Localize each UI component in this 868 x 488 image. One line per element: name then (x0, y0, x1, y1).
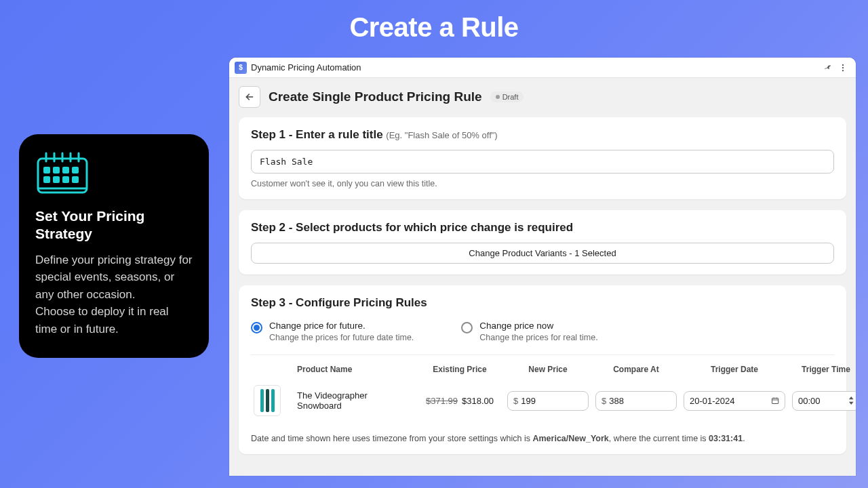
side-info-card: Set Your Pricing Strategy Define your pr… (19, 134, 209, 358)
back-button[interactable] (239, 86, 260, 108)
change-variants-button[interactable]: Change Product Variants - 1 Selected (251, 243, 834, 264)
svg-rect-12 (53, 176, 60, 183)
page-title: Create Single Product Pricing Rule (269, 89, 482, 104)
stepper-icon (848, 396, 854, 405)
svg-point-17 (842, 69, 844, 70)
radio-now-sub: Change the prices for real time. (479, 333, 597, 342)
page-banner: Create a Rule (0, 0, 868, 43)
radio-future-label: Change price for future. (269, 321, 414, 331)
col-blank (251, 365, 290, 373)
radio-future[interactable]: Change price for future. Change the pric… (251, 321, 414, 342)
svg-rect-9 (62, 167, 69, 174)
svg-rect-7 (43, 167, 50, 174)
calendar-field-icon (771, 396, 779, 405)
svg-rect-11 (43, 176, 50, 183)
calendar-icon (35, 150, 193, 198)
radio-icon (461, 322, 473, 333)
svg-point-16 (842, 66, 844, 68)
app-logo-icon: $ (235, 62, 247, 74)
existing-price: $371.99$318.00 (419, 396, 500, 406)
step3-card: Step 3 - Configure Pricing Rules Change … (239, 285, 846, 454)
col-new: New Price (507, 361, 589, 378)
step1-title: Step 1 - Enter a rule title (Eg. "Flash … (251, 128, 834, 142)
pin-icon[interactable] (821, 63, 835, 73)
col-compare: Compare At (595, 361, 677, 378)
radio-future-sub: Change the prices for future date time. (269, 333, 414, 342)
col-existing: Existing Price (419, 361, 500, 378)
col-trigger-date: Trigger Date (684, 361, 785, 378)
rule-title-input[interactable] (251, 150, 834, 174)
step1-card: Step 1 - Enter a rule title (Eg. "Flash … (239, 117, 846, 199)
app-name: Dynamic Pricing Automation (251, 62, 361, 73)
svg-marker-24 (848, 402, 853, 405)
col-product: Product Name (297, 361, 412, 378)
radio-icon (251, 322, 262, 333)
svg-rect-14 (72, 176, 79, 183)
step2-title: Step 2 - Select products for which price… (251, 221, 834, 235)
side-title: Set Your Pricing Strategy (35, 207, 193, 243)
new-price-input[interactable]: $ (507, 391, 589, 411)
table-row: The Videographer Snowboard $371.99$318.0… (251, 378, 834, 423)
step2-card: Step 2 - Select products for which price… (239, 210, 846, 274)
pricing-table: Product Name Existing Price New Price Co… (251, 354, 834, 423)
content-area: Create Single Product Pricing Rule Draft… (229, 78, 856, 476)
svg-rect-10 (72, 167, 79, 174)
step3-title: Step 3 - Configure Pricing Rules (251, 296, 834, 310)
svg-rect-19 (772, 398, 778, 403)
step1-hint: (Eg. "Flash Sale of 50% off") (386, 130, 497, 140)
svg-point-15 (842, 64, 844, 65)
side-body: Define your pricing strategy for special… (35, 251, 193, 338)
svg-rect-8 (53, 167, 60, 174)
compare-at-input[interactable]: $ (595, 391, 677, 411)
app-window: $ Dynamic Pricing Automation Create Sing… (229, 58, 856, 476)
app-header: $ Dynamic Pricing Automation (229, 58, 856, 78)
step1-helper: Customer won't see it, only you can view… (251, 179, 834, 188)
radio-now[interactable]: Change price now Change the prices for r… (461, 321, 597, 342)
more-icon[interactable] (835, 63, 850, 73)
trigger-time-input[interactable] (792, 391, 856, 411)
status-badge: Draft (490, 92, 524, 102)
trigger-date-input[interactable] (684, 391, 785, 411)
product-thumbnail (254, 385, 281, 416)
timezone-note: Date and time shown here uses timezone f… (251, 423, 834, 443)
svg-rect-13 (62, 176, 69, 183)
col-trigger-time: Trigger Time (792, 361, 856, 378)
svg-marker-23 (848, 396, 853, 399)
radio-now-label: Change price now (479, 321, 597, 331)
product-name: The Videographer Snowboard (297, 390, 412, 411)
